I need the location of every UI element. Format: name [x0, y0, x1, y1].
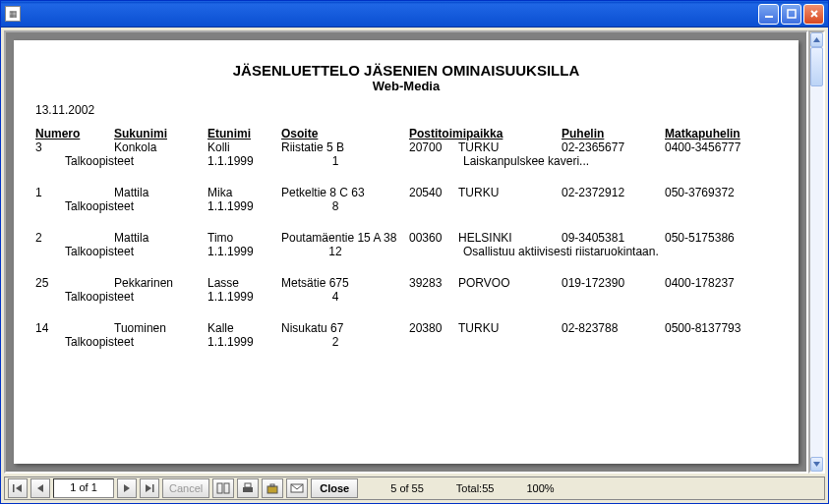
svg-marker-5	[813, 462, 820, 467]
report-entry: 3KonkolaKolliRiistatie 5 B20700TURKU02-2…	[35, 140, 777, 168]
briefcase-icon	[266, 482, 279, 494]
entry-main-row: 3KonkolaKolliRiistatie 5 B20700TURKU02-2…	[35, 140, 777, 154]
cell-city: TURKU	[458, 186, 562, 199]
col-numero: Numero	[35, 127, 114, 140]
scroll-down-button[interactable]	[810, 457, 823, 472]
close-window-button[interactable]	[803, 4, 824, 25]
svg-rect-6	[13, 484, 15, 492]
print-button[interactable]	[237, 478, 259, 498]
cell-numero: 2	[35, 231, 114, 245]
entry-sub-row: Talkoopisteet1.1.19998	[35, 199, 777, 213]
scroll-up-button[interactable]	[810, 32, 823, 47]
report-date: 13.11.2002	[35, 103, 777, 117]
report-entry: 1MattilaMikaPetkeltie 8 C 6320540TURKU02…	[35, 186, 777, 213]
report-entry: 14TuominenKalleNisukatu 6720380TURKU02-8…	[35, 321, 777, 349]
page-indicator[interactable]: 1 of 1	[53, 478, 114, 498]
next-page-button[interactable]	[117, 478, 137, 498]
label-talkoopisteet: Talkoopisteet	[65, 199, 207, 213]
label-talkoopisteet: Talkoopisteet	[65, 335, 207, 349]
svg-rect-1	[788, 10, 796, 18]
first-page-button[interactable]	[8, 478, 28, 498]
cancel-button[interactable]: Cancel	[162, 478, 209, 498]
cell-etunimi: Kalle	[207, 321, 281, 335]
cell-talkoo-date: 1.1.1999	[207, 154, 321, 168]
cell-city: HELSINKI	[458, 231, 562, 245]
cell-zip: 20700	[409, 140, 458, 154]
cell-sukunimi: Mattila	[114, 231, 207, 245]
cell-matkapuhelin: 050-5175386	[665, 231, 773, 245]
cell-talkoo-value: 2	[321, 335, 350, 349]
toolbar: 1 of 1 Cancel Close 5 of 55 Total:55	[4, 476, 825, 500]
svg-rect-13	[224, 483, 229, 493]
entry-main-row: 2MattilaTimoPoutamäentie 15 A 3800360HEL…	[35, 231, 777, 245]
svg-rect-12	[217, 483, 222, 493]
maximize-button[interactable]	[781, 4, 801, 25]
total-count: Total:55	[456, 482, 495, 494]
cell-city: PORVOO	[458, 276, 562, 290]
cell-note: Laiskanpulskee kaveri...	[463, 154, 777, 168]
cell-talkoo-date: 1.1.1999	[207, 245, 321, 258]
cell-sukunimi: Konkola	[114, 140, 207, 154]
cell-note	[463, 199, 777, 213]
report-page: JÄSENLUETTELO JÄSENIEN OMINAISUUKSILLA W…	[14, 40, 799, 464]
cell-numero: 14	[35, 321, 114, 335]
cell-puhelin: 02-2372912	[562, 186, 665, 199]
svg-marker-9	[124, 484, 130, 492]
cell-puhelin: 019-172390	[562, 276, 665, 290]
cell-sukunimi: Mattila	[114, 186, 207, 199]
last-page-button[interactable]	[140, 478, 159, 498]
cell-puhelin: 02-2365677	[562, 140, 665, 154]
zoom-fit-button[interactable]	[212, 478, 234, 498]
col-etunimi: Etunimi	[207, 127, 281, 140]
cell-etunimi: Timo	[207, 231, 281, 245]
entry-sub-row: Talkoopisteet1.1.19994	[35, 290, 777, 304]
minimize-button[interactable]	[758, 4, 779, 25]
cell-city: TURKU	[458, 321, 562, 335]
entry-main-row: 14TuominenKalleNisukatu 6720380TURKU02-8…	[35, 321, 777, 335]
entry-sub-row: Talkoopisteet1.1.19992	[35, 335, 777, 349]
label-talkoopisteet: Talkoopisteet	[65, 245, 207, 258]
cell-sukunimi: Pekkarinen	[114, 276, 207, 290]
column-headers: Numero Sukunimi Etunimi Osoite Postitoim…	[35, 127, 777, 140]
vertical-scrollbar[interactable]	[808, 30, 825, 474]
cell-talkoo-date: 1.1.1999	[207, 290, 321, 304]
svg-rect-14	[243, 487, 253, 492]
cell-etunimi: Kolli	[207, 140, 281, 154]
prev-page-button[interactable]	[30, 478, 50, 498]
printer-icon	[241, 482, 255, 494]
close-button[interactable]: Close	[311, 478, 358, 498]
scroll-thumb[interactable]	[810, 47, 823, 86]
export-button[interactable]	[262, 478, 283, 498]
col-matkapuhelin: Matkapuhelin	[665, 127, 773, 140]
cell-note: Osallistuu aktiivisesti riistaruokintaan…	[463, 245, 777, 258]
scroll-track[interactable]	[810, 47, 823, 457]
report-rows: 3KonkolaKolliRiistatie 5 B20700TURKU02-2…	[35, 140, 777, 349]
entry-main-row: 25PekkarinenLasseMetsätie 67539283PORVOO…	[35, 276, 777, 290]
cell-note	[463, 335, 777, 349]
cell-numero: 25	[35, 276, 114, 290]
cell-matkapuhelin: 050-3769372	[665, 186, 773, 199]
col-puhelin: Puhelin	[562, 127, 665, 140]
svg-marker-10	[146, 484, 151, 492]
fit-icon	[216, 482, 230, 494]
label-talkoopisteet: Talkoopisteet	[65, 154, 207, 168]
cell-osoite: Nisukatu 67	[281, 321, 409, 335]
zoom-level: 100%	[526, 482, 554, 494]
cell-matkapuhelin: 0400-178237	[665, 276, 773, 290]
cell-puhelin: 02-823788	[562, 321, 665, 335]
client-area: JÄSENLUETTELO JÄSENIEN OMINAISUUKSILLA W…	[1, 28, 828, 503]
report-title: JÄSENLUETTELO JÄSENIEN OMINAISUUKSILLA	[35, 62, 777, 79]
cell-osoite: Petkeltie 8 C 63	[281, 186, 409, 199]
mail-button[interactable]	[286, 478, 308, 498]
entry-main-row: 1MattilaMikaPetkeltie 8 C 6320540TURKU02…	[35, 186, 777, 199]
cell-numero: 1	[35, 186, 114, 199]
app-window: ▦ JÄSENLUETTELO JÄSENIEN OMINAISUUKSILLA…	[0, 0, 829, 504]
app-icon: ▦	[5, 6, 21, 22]
col-osoite: Osoite	[281, 127, 409, 140]
svg-marker-4	[813, 37, 820, 42]
cell-talkoo-date: 1.1.1999	[207, 335, 321, 349]
entry-sub-row: Talkoopisteet1.1.199912Osallistuu aktiiv…	[35, 245, 777, 258]
svg-rect-15	[245, 483, 251, 487]
cell-matkapuhelin: 0400-3456777	[665, 140, 773, 154]
cell-osoite: Riistatie 5 B	[281, 140, 409, 154]
